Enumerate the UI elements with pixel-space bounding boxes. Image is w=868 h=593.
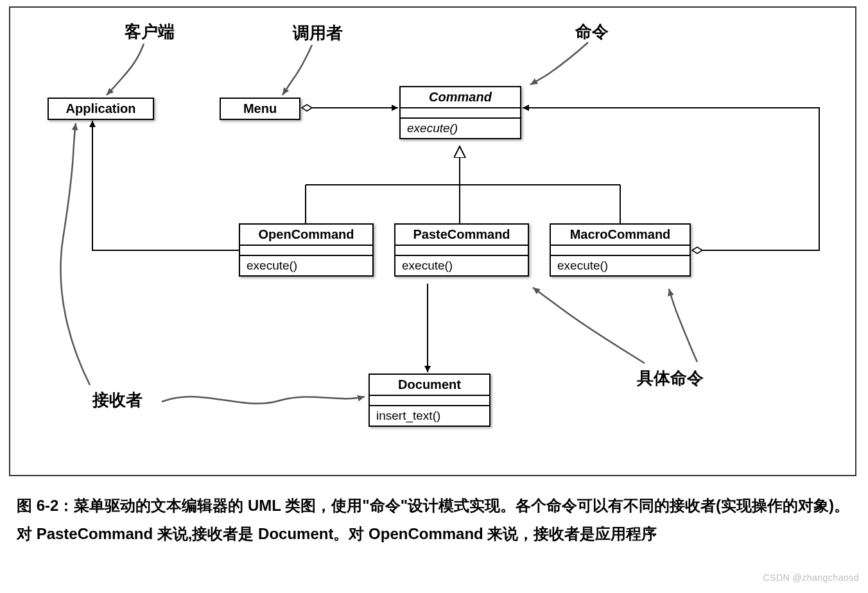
- class-command-attrs: [401, 108, 520, 119]
- class-open-attrs: [240, 246, 372, 256]
- annotation-client: 客户端: [125, 21, 175, 43]
- class-macro-op: execute(): [551, 256, 690, 275]
- arrow-concrete-left: [533, 288, 645, 363]
- annotation-invoker: 调用者: [293, 22, 343, 44]
- class-document-op: insert_text(): [370, 406, 489, 425]
- class-command-op: execute(): [401, 119, 520, 138]
- caption-text: 菜单驱动的文本编辑器的 UML 类图，使用"命令"设计模式实现。各个命令可以有不…: [17, 497, 849, 542]
- arrow-concrete-right: [669, 289, 697, 362]
- arrow-receiver-to-app: [60, 123, 90, 385]
- arrow-client: [107, 44, 144, 95]
- caption-figno: 图 6-2：: [17, 497, 74, 514]
- class-command: Command execute(): [399, 86, 521, 139]
- annotation-command: 命令: [575, 21, 609, 43]
- class-menu: Menu: [220, 98, 300, 120]
- class-open-op: execute(): [240, 256, 372, 275]
- edge-open-to-application: [92, 121, 239, 250]
- class-application: Application: [48, 98, 154, 120]
- class-document-title: Document: [370, 375, 489, 396]
- class-command-title: Command: [401, 87, 520, 108]
- class-paste-command: PasteCommand execute(): [394, 223, 529, 277]
- arrow-command: [530, 42, 588, 85]
- class-document-attrs: [370, 396, 489, 406]
- figure-caption: 图 6-2：菜单驱动的文本编辑器的 UML 类图，使用"命令"设计模式实现。各个…: [17, 492, 851, 549]
- annotation-receiver: 接收者: [92, 389, 143, 411]
- class-macro-title: MacroCommand: [551, 225, 690, 246]
- annotation-concrete: 具体命令: [637, 367, 704, 390]
- class-paste-attrs: [395, 246, 528, 256]
- class-document: Document insert_text(): [369, 374, 490, 427]
- watermark: CSDN @zhangchaosd: [763, 572, 859, 583]
- class-open-title: OpenCommand: [240, 225, 372, 246]
- class-application-title: Application: [49, 99, 153, 119]
- class-menu-title: Menu: [221, 99, 299, 119]
- class-macro-command: MacroCommand execute(): [550, 223, 691, 277]
- class-paste-title: PasteCommand: [395, 225, 528, 246]
- class-open-command: OpenCommand execute(): [239, 223, 374, 277]
- class-macro-attrs: [551, 246, 690, 256]
- diagram-frame: 客户端 调用者 命令 接收者 具体命令 Application Menu Com…: [9, 6, 856, 476]
- arrow-invoker: [282, 45, 312, 95]
- arrow-receiver-to-doc: [162, 397, 365, 404]
- class-paste-op: execute(): [395, 256, 528, 275]
